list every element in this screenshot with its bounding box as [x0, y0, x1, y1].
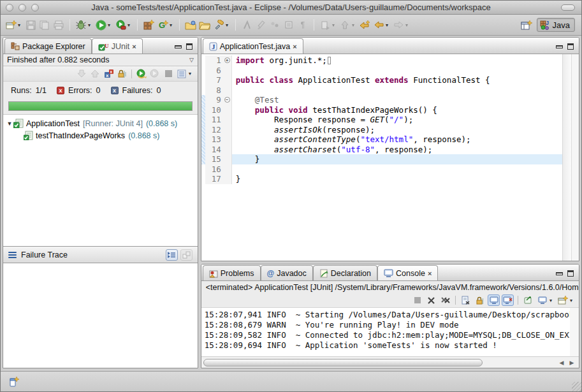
new-java-project-icon[interactable] — [142, 18, 155, 31]
fast-view-icon[interactable] — [10, 377, 20, 387]
tab-junit[interactable]: U JUnit × — [92, 38, 143, 54]
close-window-button[interactable] — [6, 4, 13, 11]
code-text[interactable]: assertCharset("utf-8", response); — [232, 145, 562, 155]
code-text[interactable]: public void testThatIndexPageWorks() { — [232, 105, 562, 115]
new-g-wizard-icon[interactable]: G — [156, 18, 169, 31]
scroll-left-icon[interactable]: ◀ — [557, 359, 566, 366]
external-tools-icon[interactable] — [114, 18, 127, 31]
clear-console-icon[interactable] — [460, 294, 472, 306]
tab-javadoc[interactable]: @ Javadoc — [261, 265, 313, 280]
display-selected-console-icon[interactable] — [536, 294, 548, 306]
code-text[interactable] — [232, 66, 562, 76]
code-text[interactable]: assertContentType("text/html", response)… — [232, 134, 562, 145]
run-icon[interactable] — [94, 18, 107, 31]
run-dropdown[interactable]: ▾ — [108, 22, 113, 28]
open-console-icon[interactable] — [557, 294, 569, 306]
code-lines[interactable]: 1+import org.junit.*;67public class Appl… — [201, 54, 562, 261]
code-line-7[interactable]: 7public class ApplicationTest extends Fu… — [201, 75, 562, 85]
console-scroll-lock-icon[interactable] — [474, 294, 486, 306]
scroll-lock-icon[interactable] — [116, 68, 127, 80]
open-folder-icon[interactable] — [198, 18, 211, 31]
code-line-14[interactable]: 14 assertCharset("utf-8", response); — [201, 145, 562, 155]
close-icon[interactable]: × — [428, 270, 432, 277]
scroll-right-icon[interactable]: ▶ — [567, 359, 576, 366]
code-text[interactable]: @Test — [232, 95, 562, 105]
minimize-view-icon[interactable] — [556, 272, 563, 275]
close-icon[interactable]: × — [132, 43, 136, 50]
tab-declaration[interactable]: Declaration — [313, 265, 377, 280]
debug-icon[interactable] — [75, 18, 87, 31]
fold-gutter[interactable] — [223, 85, 232, 96]
minimize-window-button[interactable] — [18, 4, 26, 11]
tab-package-explorer[interactable]: Package Explorer — [4, 38, 92, 54]
code-line-15[interactable]: 15 } — [201, 154, 562, 164]
code-line-9[interactable]: 9− @Test — [201, 95, 562, 105]
view-menu-icon[interactable]: ▽ — [189, 57, 194, 63]
fold-expand-icon[interactable]: + — [224, 57, 230, 63]
resize-grip[interactable] — [572, 382, 581, 391]
code-text[interactable]: } — [232, 154, 562, 164]
close-icon[interactable]: × — [293, 43, 296, 50]
open-type-folder-icon[interactable] — [184, 18, 197, 31]
fold-gutter[interactable] — [223, 154, 232, 164]
test-suite-row[interactable]: ▼ ApplicationTest [Runner: JUnit 4] (0.8… — [3, 117, 198, 129]
fold-gutter[interactable] — [223, 75, 232, 85]
code-text[interactable]: } — [232, 174, 562, 184]
brush-dropdown[interactable]: ▾ — [226, 22, 231, 28]
code-line-16[interactable]: 16 — [201, 164, 562, 175]
code-line-10[interactable]: 10 public void testThatIndexPageWorks() … — [201, 105, 562, 115]
minimize-view-icon[interactable] — [175, 45, 182, 48]
new-g-wizard-dropdown[interactable]: ▾ — [170, 22, 175, 28]
code-line-8[interactable]: 8 — [201, 85, 562, 96]
fold-gutter[interactable] — [223, 174, 232, 184]
fold-collapse-icon[interactable]: − — [224, 97, 230, 103]
junit-view-menu-icon[interactable] — [176, 68, 187, 80]
show-stderr-icon[interactable] — [502, 294, 514, 306]
code-text[interactable] — [232, 85, 562, 96]
code-line-6[interactable]: 6 — [201, 66, 562, 76]
fold-gutter[interactable] — [223, 66, 232, 76]
console-horizontal-scrollbar[interactable]: ◀ ▶ — [201, 356, 579, 368]
show-stdout-icon[interactable] — [488, 294, 500, 306]
junit-view-menu-dropdown[interactable]: ▾ — [189, 71, 194, 76]
open-perspective-icon[interactable] — [520, 18, 533, 31]
fold-gutter[interactable] — [223, 134, 232, 145]
zoom-window-button[interactable] — [31, 4, 39, 11]
tab-editor-applicationtest[interactable]: J ApplicationTest.java × — [203, 38, 303, 54]
open-console-dropdown[interactable]: ▾ — [570, 298, 575, 303]
code-text[interactable] — [232, 164, 562, 175]
code-line-13[interactable]: 13 assertContentType("text/html", respon… — [201, 134, 562, 145]
new-wizard-icon[interactable] — [4, 18, 17, 31]
toolbar-toggle-capsule[interactable] — [561, 4, 575, 11]
failure-trace-body[interactable] — [3, 263, 198, 368]
console-output[interactable]: 15:28:07,941 INFO ~ Starting /Volumes/Da… — [201, 308, 579, 356]
fold-gutter[interactable] — [223, 145, 232, 155]
fold-gutter[interactable] — [223, 125, 232, 135]
tab-console[interactable]: Console × — [377, 265, 438, 280]
maximize-view-icon[interactable] — [567, 43, 574, 50]
show-failures-only-icon[interactable]: xx — [103, 68, 114, 80]
pin-console-icon[interactable] — [522, 294, 534, 306]
overview-ruler[interactable] — [571, 54, 579, 261]
display-console-dropdown[interactable]: ▾ — [549, 298, 555, 303]
fold-gutter[interactable]: + — [223, 55, 232, 66]
code-line-11[interactable]: 11 Response response = GET("/"); — [201, 115, 562, 125]
chevron-expanded-icon[interactable]: ▼ — [6, 120, 13, 127]
code-text[interactable]: assertIsOk(response); — [232, 125, 562, 135]
test-case-row[interactable]: testThatIndexPageWorks (0.868 s) — [3, 129, 198, 142]
hscroll-thumb[interactable] — [203, 359, 483, 367]
code-line-12[interactable]: 12 assertIsOk(response); — [201, 125, 562, 135]
code-text[interactable]: public class ApplicationTest extends Fun… — [232, 75, 562, 85]
java-perspective-button[interactable]: J Java — [537, 18, 575, 32]
code-line-17[interactable]: 17} — [201, 174, 562, 184]
brush-icon[interactable] — [212, 18, 225, 31]
debug-dropdown[interactable]: ▾ — [88, 22, 93, 28]
code-text[interactable]: import org.junit.*; — [232, 55, 562, 66]
fold-gutter[interactable]: − — [223, 95, 232, 105]
maximize-view-icon[interactable] — [567, 270, 574, 277]
code-line-1[interactable]: 1+import org.junit.*; — [201, 55, 562, 66]
new-wizard-dropdown[interactable]: ▾ — [18, 22, 23, 28]
fold-gutter[interactable] — [223, 164, 232, 175]
show-trace-in-console-icon[interactable] — [166, 249, 178, 261]
fold-gutter[interactable] — [223, 105, 232, 115]
